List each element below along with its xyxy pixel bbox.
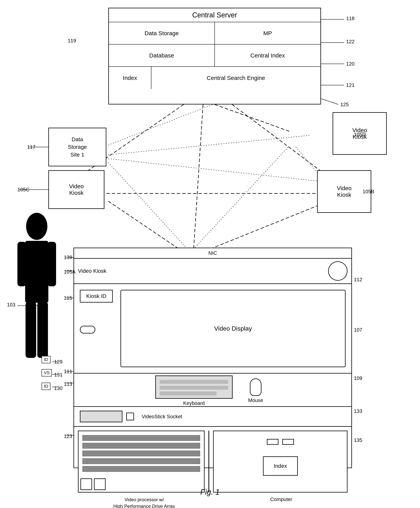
svg-line-12 xyxy=(108,201,186,254)
videostick-socket-box xyxy=(80,411,122,422)
video-kiosk-c-line2: Kiosk xyxy=(69,190,83,196)
kiosk-title-row: Video Kiosk xyxy=(74,259,351,284)
ref-122: 122 xyxy=(346,39,354,45)
ref-125: 125 xyxy=(340,102,349,108)
svg-rect-38 xyxy=(25,241,48,303)
svg-line-0 xyxy=(215,105,290,132)
ref-nic-139: 139 xyxy=(64,254,72,260)
video-display-label: Video Display xyxy=(214,325,252,332)
database-cell: Database xyxy=(109,45,215,66)
svg-line-7 xyxy=(108,163,192,254)
ref-107: 107 xyxy=(354,327,362,333)
svg-rect-42 xyxy=(37,302,48,358)
oval-button xyxy=(80,326,95,334)
video-processor-box xyxy=(78,431,205,493)
ref-105d: 105D xyxy=(354,132,366,138)
kiosk-id-box: Kiosk ID xyxy=(80,290,113,303)
mouse-shape xyxy=(250,378,261,396)
ref-118: 118 xyxy=(346,15,354,22)
svg-line-6 xyxy=(108,159,325,182)
mp-cell: MP xyxy=(215,22,320,44)
svg-line-1 xyxy=(232,105,325,174)
svg-line-17 xyxy=(321,99,339,105)
ref-119: 119 xyxy=(68,38,76,44)
data-storage-cell: Data Storage xyxy=(109,22,215,44)
svg-point-37 xyxy=(26,213,47,240)
svg-line-4 xyxy=(108,105,213,145)
ref-129: 129 xyxy=(54,359,62,365)
computer-box: Index xyxy=(213,431,347,493)
nic-label: NIC xyxy=(208,250,217,256)
index-cell: Index xyxy=(109,67,151,89)
ref-105a: 105A xyxy=(64,269,76,275)
middle-section: Kiosk ID Video Display xyxy=(74,284,351,374)
camera-circle xyxy=(328,261,347,281)
id-badge-2: ID xyxy=(42,383,51,390)
svg-line-11 xyxy=(199,205,319,254)
ref-111: 111 xyxy=(64,368,72,374)
central-index-cell: Central Index xyxy=(215,45,320,66)
keyboard-box xyxy=(155,375,233,399)
ref-123: 123 xyxy=(64,433,72,439)
svg-rect-41 xyxy=(26,302,36,358)
central-server-outer: Central Server Data Storage MP Database … xyxy=(108,8,321,105)
video-display-box: Video Display xyxy=(120,290,346,367)
ref-130: 130 xyxy=(54,385,62,391)
data-storage-site-line1: Data xyxy=(72,136,83,143)
video-kiosk-c-line1: Video xyxy=(69,183,84,190)
data-storage-site-line2: Storage xyxy=(68,143,87,151)
svg-line-3 xyxy=(193,105,203,254)
ref-113: 113 xyxy=(64,381,72,387)
ref-105b: 105B xyxy=(362,189,374,194)
videostick-row: VideoStick Socket xyxy=(74,407,351,427)
data-storage-site-box: Data Storage Site 1 xyxy=(48,128,106,166)
video-kiosk-b-line1: Video xyxy=(337,185,352,192)
ref-121: 121 xyxy=(346,82,354,88)
svg-rect-40 xyxy=(47,242,56,286)
ref-105c: 105C xyxy=(17,187,29,193)
ref-103: 103 xyxy=(7,302,15,308)
vs-badge: VS xyxy=(42,369,52,376)
ref-120: 120 xyxy=(346,61,354,67)
svg-line-5 xyxy=(108,135,309,155)
kiosk-105a-label: Video Kiosk xyxy=(78,268,106,274)
main-kiosk-outer: NIC Video Kiosk Kiosk ID Video Display xyxy=(74,248,352,468)
keyboard-area: Keyboard xyxy=(155,375,233,406)
mouse-label: Mouse xyxy=(248,397,263,403)
figure-caption: Fig. 1 xyxy=(0,488,420,496)
computer-label: Computer xyxy=(217,496,346,508)
id-badge-1: ID xyxy=(42,356,51,363)
index-box: Index xyxy=(263,456,298,476)
svg-line-9 xyxy=(190,147,288,254)
central-server-title: Central Server xyxy=(109,8,320,22)
mouse-area: Mouse xyxy=(248,378,263,403)
ref-117: 117 xyxy=(27,144,35,150)
videostick-label: VideoStick Socket xyxy=(142,414,182,420)
ref-131: 131 xyxy=(54,372,62,378)
keyboard-mouse-row: Keyboard Mouse xyxy=(74,374,351,407)
video-kiosk-c-box: Video Kiosk xyxy=(48,170,104,209)
ref-115: 115 xyxy=(64,295,72,301)
bottom-section: Index xyxy=(74,427,351,496)
data-storage-site-line3: Site 1 xyxy=(70,151,84,158)
bottom-labels-row: Video processor w/ High Performance Driv… xyxy=(74,496,351,508)
ref-112: 112 xyxy=(354,277,362,283)
central-search-engine-cell: Central Search Engine xyxy=(151,67,320,89)
keyboard-label: Keyboard xyxy=(183,400,205,406)
nic-strip: NIC xyxy=(74,248,351,259)
ref-133: 133 xyxy=(354,408,362,414)
ref-135: 135 xyxy=(354,437,362,443)
person-silhouette xyxy=(15,213,58,367)
ref-109: 109 xyxy=(354,375,362,381)
kiosk-id-area: Kiosk ID xyxy=(80,290,113,334)
video-kiosk-b-line2: Kiosk xyxy=(337,192,351,198)
vp-label-area: Video processor w/ High Performance Driv… xyxy=(80,496,208,508)
svg-rect-39 xyxy=(17,242,26,286)
